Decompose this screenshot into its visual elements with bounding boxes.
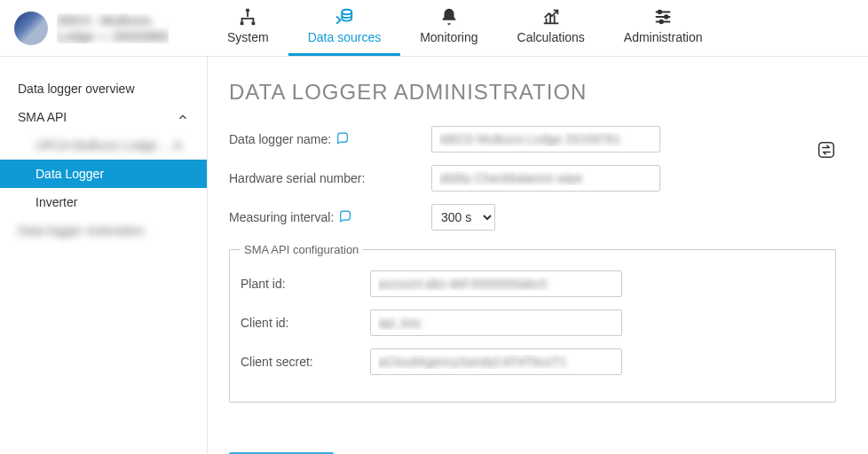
nav-system[interactable]: System [208, 0, 288, 56]
top-header: SNC4 - Mulkuns Lodge — 25423983 System D… [0, 0, 868, 57]
svg-rect-0 [247, 9, 250, 12]
client-id-input[interactable] [370, 309, 622, 336]
nav-data-sources-label: Data sources [308, 30, 381, 44]
label-name: Data logger name: [229, 132, 431, 147]
sidebar-item-label: Data Logger [36, 167, 104, 181]
row-serial: Hardware serial number: [229, 165, 836, 192]
sidebar-group-label: SMA API [18, 110, 67, 124]
interval-select[interactable]: 300 s [431, 204, 495, 231]
nav-data-sources[interactable]: Data sources [288, 0, 400, 56]
sidebar-item-label: UPCA Mulkuns Lodge ... A [36, 138, 182, 153]
sidebar-item-plant[interactable]: UPCA Mulkuns Lodge ... A [0, 131, 207, 160]
brand-text: SNC4 - Mulkuns Lodge — 25423983 [57, 13, 169, 43]
sidebar-item-data-logger[interactable]: Data Logger [0, 160, 207, 188]
page-title: DATA LOGGER ADMINISTRATION [229, 80, 836, 105]
nav-administration[interactable]: Administration [604, 0, 722, 56]
row-client-id: Client id: [241, 309, 825, 336]
chevron-up-icon [177, 111, 189, 123]
sidebar-overview[interactable]: Data logger overview [0, 74, 207, 103]
chart-icon [541, 7, 561, 27]
sidebar-item-label: Inverter [36, 195, 77, 209]
help-icon[interactable] [336, 132, 349, 147]
top-nav: System Data sources Monitoring Calculati… [208, 0, 722, 56]
label-plant-id: Plant id: [241, 277, 370, 291]
sidebar-item-inverter[interactable]: Inverter [0, 188, 207, 216]
serial-input[interactable] [431, 165, 660, 192]
sliders-icon [653, 7, 673, 27]
row-interval: Measuring interval: 300 s [229, 204, 836, 231]
fieldset-legend: SMA API configuration [241, 243, 362, 256]
bell-icon [439, 7, 459, 27]
name-input[interactable] [431, 126, 660, 153]
sidebar-overview-label: Data logger overview [18, 82, 135, 96]
hierarchy-icon [238, 7, 257, 27]
brand-line-1: SNC4 - Mulkuns [57, 13, 169, 27]
client-secret-input[interactable] [370, 348, 622, 375]
brand-line-2: Lodge — 25423983 [57, 29, 169, 43]
svg-rect-1 [241, 22, 244, 26]
plant-id-input[interactable] [370, 270, 622, 297]
row-client-secret: Client secret: [241, 348, 825, 375]
sidebar-group-sma-api[interactable]: SMA API [0, 103, 207, 131]
svg-point-3 [342, 10, 351, 15]
sidebar-restoration[interactable]: Data logger restoration [0, 216, 207, 245]
svg-rect-2 [252, 22, 256, 26]
svg-point-4 [659, 11, 662, 14]
label-client-id: Client id: [241, 316, 370, 330]
svg-point-5 [665, 15, 668, 19]
nav-calculations[interactable]: Calculations [498, 0, 604, 56]
main-content: DATA LOGGER ADMINISTRATION Data logger n… [208, 57, 868, 454]
sidebar-children: UPCA Mulkuns Lodge ... A Data Logger Inv… [0, 131, 207, 216]
label-serial: Hardware serial number: [229, 171, 431, 185]
svg-rect-7 [819, 143, 834, 158]
swap-button[interactable] [817, 140, 836, 160]
svg-point-6 [659, 20, 663, 24]
nav-system-label: System [227, 30, 269, 44]
data-sources-icon [335, 7, 354, 27]
nav-monitoring-label: Monitoring [420, 30, 477, 44]
row-plant-id: Plant id: [241, 270, 825, 297]
row-name: Data logger name: [229, 126, 836, 153]
help-icon[interactable] [339, 210, 351, 225]
sidebar-restoration-label: Data logger restoration [18, 223, 144, 238]
label-client-secret: Client secret: [241, 355, 370, 369]
nav-administration-label: Administration [624, 30, 703, 44]
avatar [14, 12, 48, 45]
nav-calculations-label: Calculations [517, 30, 585, 44]
fieldset-sma-api: SMA API configuration Plant id: Client i… [229, 243, 836, 403]
brand: SNC4 - Mulkuns Lodge — 25423983 [14, 12, 208, 45]
label-interval: Measuring interval: [229, 210, 431, 225]
nav-monitoring[interactable]: Monitoring [400, 0, 497, 56]
sidebar: Data logger overview SMA API UPCA Mulkun… [0, 57, 208, 454]
